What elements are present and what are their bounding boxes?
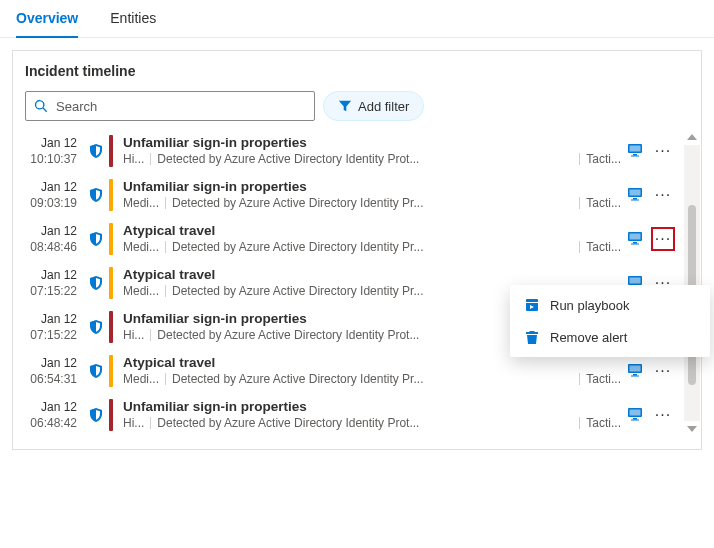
tactics-text: Tacti... [586, 240, 621, 254]
detection-text: Detected by Azure Active Directory Ident… [172, 240, 573, 254]
timeline-row[interactable]: Jan 1208:48:46Atypical travelMedi...Dete… [25, 217, 683, 261]
date: Jan 12 [29, 135, 77, 151]
toolbar: Add filter [25, 91, 701, 121]
filter-icon [338, 99, 352, 113]
alert-meta: Medi...Detected by Azure Active Director… [123, 240, 621, 254]
alert-meta: Hi...Detected by Azure Active Directory … [123, 152, 621, 166]
alert-meta: Medi...Detected by Azure Active Director… [123, 372, 621, 386]
date: Jan 12 [29, 355, 77, 371]
scroll-down-icon[interactable] [686, 423, 698, 435]
severity-text: Hi... [123, 328, 144, 342]
monitor-icon [627, 406, 643, 425]
time: 09:03:19 [29, 195, 77, 211]
row-content: Atypical travelMedi...Detected by Azure … [123, 223, 621, 255]
shield-icon [83, 135, 109, 167]
row-content: Unfamiliar sign-in propertiesMedi...Dete… [123, 179, 621, 211]
row-content: Unfamiliar sign-in propertiesHi...Detect… [123, 399, 621, 431]
time: 07:15:22 [29, 327, 77, 343]
timeline-row[interactable]: Jan 1209:03:19Unfamiliar sign-in propert… [25, 173, 683, 217]
severity-text: Hi... [123, 416, 144, 430]
svg-rect-5 [630, 189, 641, 195]
scrollbar[interactable] [683, 129, 701, 437]
timeline-row[interactable]: Jan 1206:48:42Unfamiliar sign-in propert… [25, 393, 683, 437]
svg-rect-10 [633, 242, 637, 244]
alert-title: Atypical travel [123, 355, 621, 370]
severity-text: Hi... [123, 152, 144, 166]
menu-remove-alert[interactable]: Remove alert [510, 321, 710, 353]
svg-rect-23 [631, 375, 639, 376]
incident-timeline-panel: Incident timeline Add filter Jan 1210:10… [12, 50, 702, 450]
svg-rect-9 [630, 233, 641, 239]
time: 06:54:31 [29, 371, 77, 387]
time: 06:48:42 [29, 415, 77, 431]
tactics-text: Tacti... [586, 196, 621, 210]
svg-rect-1 [630, 145, 641, 151]
tab-bar: Overview Entities [0, 0, 714, 38]
severity-bar [109, 135, 113, 167]
timestamp: Jan 1206:48:42 [29, 399, 83, 431]
svg-rect-27 [631, 419, 639, 420]
timestamp: Jan 1208:48:46 [29, 223, 83, 255]
more-actions-button[interactable]: ··· [651, 227, 675, 251]
detection-text: Detected by Azure Active Directory Ident… [172, 196, 573, 210]
monitor-icon [627, 362, 643, 381]
detection-text: Detected by Azure Active Directory Ident… [172, 372, 573, 386]
timeline-row[interactable]: Jan 1210:10:37Unfamiliar sign-in propert… [25, 129, 683, 173]
more-actions-button[interactable]: ··· [651, 359, 675, 383]
search-box[interactable] [25, 91, 315, 121]
timeline-list: Jan 1210:10:37Unfamiliar sign-in propert… [25, 129, 683, 437]
detection-text: Detected by Azure Active Directory Ident… [157, 416, 573, 430]
svg-rect-25 [630, 409, 641, 415]
svg-rect-11 [631, 243, 639, 244]
severity-text: Medi... [123, 196, 159, 210]
severity-text: Medi... [123, 372, 159, 386]
add-filter-label: Add filter [358, 99, 409, 114]
tab-entities[interactable]: Entities [110, 0, 156, 37]
date: Jan 12 [29, 223, 77, 239]
search-icon [34, 99, 48, 113]
more-actions-button[interactable]: ··· [651, 403, 675, 427]
menu-remove-label: Remove alert [550, 330, 627, 345]
shield-icon [83, 179, 109, 211]
svg-rect-2 [633, 154, 637, 156]
alert-title: Unfamiliar sign-in properties [123, 179, 621, 194]
severity-bar [109, 311, 113, 343]
severity-bar [109, 355, 113, 387]
scroll-track[interactable] [684, 145, 700, 421]
search-input[interactable] [54, 98, 306, 115]
svg-rect-3 [631, 155, 639, 156]
menu-run-playbook[interactable]: Run playbook [510, 289, 710, 321]
more-actions-button[interactable]: ··· [651, 183, 675, 207]
monitor-icon [627, 142, 643, 161]
time: 10:10:37 [29, 151, 77, 167]
more-actions-button[interactable]: ··· [651, 139, 675, 163]
shield-icon [83, 355, 109, 387]
svg-rect-26 [633, 418, 637, 420]
detection-text: Detected by Azure Active Directory Ident… [157, 152, 573, 166]
severity-bar [109, 223, 113, 255]
monitor-icon [627, 186, 643, 205]
context-menu: Run playbook Remove alert [510, 285, 710, 357]
row-content: Atypical travelMedi...Detected by Azure … [123, 355, 621, 387]
timestamp: Jan 1207:15:22 [29, 311, 83, 343]
svg-rect-6 [633, 198, 637, 200]
shield-icon [83, 267, 109, 299]
alert-title: Atypical travel [123, 267, 621, 282]
svg-rect-22 [633, 374, 637, 376]
timestamp: Jan 1209:03:19 [29, 179, 83, 211]
date: Jan 12 [29, 267, 77, 283]
add-filter-button[interactable]: Add filter [323, 91, 424, 121]
alert-title: Unfamiliar sign-in properties [123, 399, 621, 414]
alert-meta: Medi...Detected by Azure Active Director… [123, 196, 621, 210]
shield-icon [83, 399, 109, 431]
svg-rect-13 [630, 277, 641, 283]
alert-title: Atypical travel [123, 223, 621, 238]
panel-title: Incident timeline [25, 63, 701, 79]
tab-overview[interactable]: Overview [16, 0, 78, 38]
svg-rect-7 [631, 199, 639, 200]
severity-text: Medi... [123, 240, 159, 254]
scroll-up-icon[interactable] [686, 131, 698, 143]
date: Jan 12 [29, 399, 77, 415]
time: 07:15:22 [29, 283, 77, 299]
alert-title: Unfamiliar sign-in properties [123, 135, 621, 150]
